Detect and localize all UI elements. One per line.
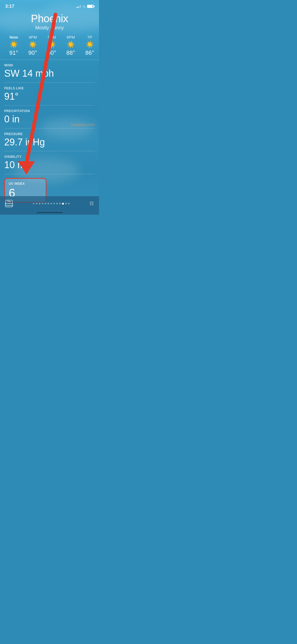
signal-icon [76, 5, 81, 8]
sun-icon-1: ☀️ [29, 41, 37, 48]
hour-temp-now: 91° [9, 49, 18, 56]
hourly-scroll: Now ☀️ 91° 4PM ☀️ 90° 5PM ☀️ 90° 6PM ☀️ … [0, 32, 99, 60]
wind-label: WIND [4, 63, 95, 67]
pressure-row: PRESSURE 29.7 inHg [4, 128, 95, 151]
hour-item-7pm: 7P ☀️ 86° [80, 35, 99, 56]
location-icon: ⌖ [33, 202, 35, 205]
city-name: Phoenix [0, 13, 99, 25]
hour-label-6pm: 6PM [67, 35, 75, 39]
dot-5 [48, 203, 49, 204]
details-section: WIND SW 14 mph FEELS LIKE 91° PRECIPITAT… [0, 60, 99, 215]
feels-like-value: 91° [4, 91, 95, 102]
hour-temp-7pm: 86° [85, 49, 94, 56]
city-header: Phoenix Mostly Sunny [0, 11, 99, 32]
dot-9 [59, 203, 61, 204]
dot-8 [56, 203, 58, 204]
hour-label-7pm: 7P [87, 35, 92, 39]
pressure-value: 29.7 inHg [4, 137, 95, 148]
dot-1 [36, 203, 37, 204]
hour-label-4pm: 4PM [29, 35, 37, 39]
dot-3 [42, 203, 43, 204]
list-icon[interactable]: ☷ [89, 201, 94, 206]
sun-icon-4: ☀️ [86, 41, 94, 48]
dot-11 [65, 203, 67, 204]
hour-item-5pm: 5PM ☀️ 90° [42, 35, 61, 56]
sun-icon-2: ☀️ [48, 41, 56, 48]
dot-7 [53, 203, 55, 204]
home-indicator [36, 212, 63, 213]
feels-like-row: FEELS LIKE 91° [4, 83, 95, 106]
pressure-label: PRESSURE [4, 132, 95, 136]
visibility-row: VISIBILITY 10 mi [4, 151, 95, 174]
hour-item-4pm: 4PM ☀️ 90° [23, 35, 42, 56]
weather-channel-logo: TheWeatherChannel [5, 200, 13, 207]
dot-12 [68, 203, 70, 204]
uv-index-label: UV INDEX [9, 182, 42, 186]
visibility-label: VISIBILITY [4, 155, 95, 159]
status-icons: ∿ [76, 4, 94, 8]
hour-label-5pm: 5PM [48, 35, 56, 39]
hour-temp-5pm: 90° [47, 49, 56, 56]
status-bar: 3:17 ∿ [0, 0, 99, 11]
sun-icon-0: ☀️ [10, 41, 18, 48]
dot-6 [50, 203, 52, 204]
hour-temp-4pm: 90° [28, 49, 37, 56]
wifi-icon: ∿ [83, 4, 86, 8]
page-dots [36, 203, 70, 205]
visibility-value: 10 mi [4, 160, 95, 170]
sun-icon-3: ☀️ [67, 41, 75, 48]
hour-temp-6pm: 88° [66, 49, 75, 56]
dot-10 [62, 203, 64, 205]
hour-label-now: Now [10, 35, 18, 39]
precipitation-label: PRECIPITATION [4, 109, 95, 113]
hour-item-6pm: 6PM ☀️ 88° [61, 35, 80, 56]
status-time: 3:17 [5, 4, 14, 9]
dot-4 [45, 203, 46, 204]
city-condition: Mostly Sunny [0, 25, 99, 31]
wind-row: WIND SW 14 mph [4, 60, 95, 83]
hour-item-now: Now ☀️ 91° [4, 35, 23, 56]
wind-value: SW 14 mph [4, 68, 95, 79]
dot-2 [39, 203, 40, 204]
battery-icon [87, 5, 94, 8]
watermark: osxdaily.com [71, 122, 95, 127]
feels-like-label: FEELS LIKE [4, 86, 95, 90]
